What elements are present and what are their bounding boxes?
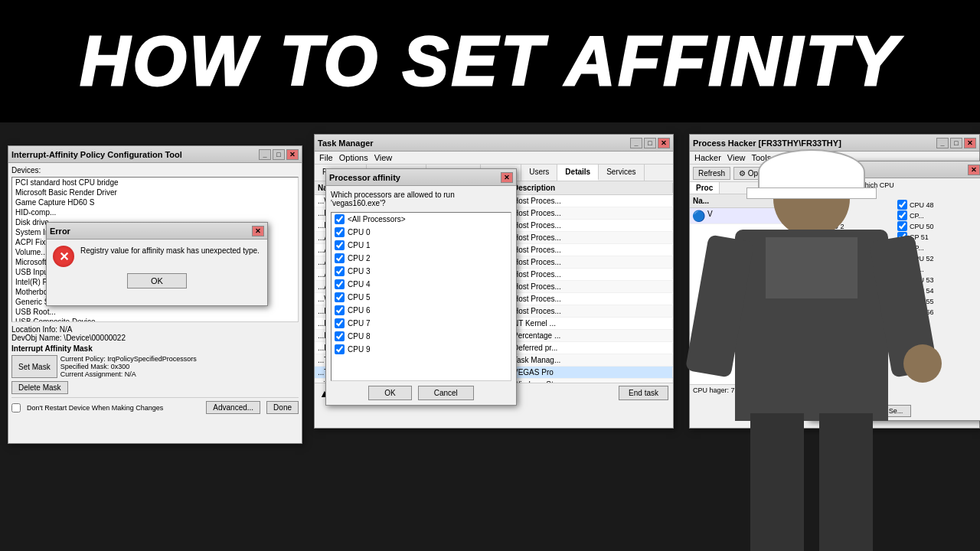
- cell-desc: Host Proces...: [510, 220, 673, 230]
- person-overlay: [658, 122, 980, 551]
- proc-aff-close-btn[interactable]: ✕: [501, 172, 513, 183]
- cpu-3[interactable]: CPU 3: [332, 265, 511, 278]
- cell-desc: Host Proces...: [510, 282, 673, 292]
- cpu-1-checkbox[interactable]: [335, 240, 345, 250]
- taskman-menu-file[interactable]: File: [319, 153, 333, 162]
- error-dialog: Error ✕ ✕ Registry value for affinity ma…: [46, 222, 268, 306]
- cpu-9[interactable]: CPU 9: [332, 343, 511, 356]
- iap-location-info: Location Info: N/A: [11, 325, 299, 334]
- iap-devobj-name: DevObj Name: \Device\00000022: [11, 334, 299, 342]
- proc-aff-buttons: OK Cancel: [331, 386, 511, 400]
- cpu-3-checkbox[interactable]: [335, 266, 345, 276]
- person-right-leg: [819, 413, 873, 551]
- cell-desc: Host Proces...: [510, 257, 673, 267]
- error-body: ✕ Registry value for affinity mask has u…: [53, 246, 261, 267]
- error-titlebar: Error ✕: [47, 223, 267, 240]
- list-item[interactable]: HID-comp...: [12, 207, 298, 217]
- taskman-minimize-btn[interactable]: _: [630, 138, 642, 148]
- cpu-1[interactable]: CPU 1: [332, 239, 511, 252]
- list-item[interactable]: Microsoft Basic Render Driver: [12, 187, 298, 197]
- bottom-area: Interrupt-Affinity Policy Configuration …: [0, 122, 980, 551]
- col-description[interactable]: Description: [510, 183, 673, 193]
- list-item[interactable]: USB Root...: [12, 307, 298, 317]
- cpu-2[interactable]: CPU 2: [332, 252, 511, 265]
- specified-mask: Specified Mask: 0x300: [60, 363, 299, 370]
- error-ok-btn[interactable]: OK: [127, 273, 187, 289]
- cell-desc: Host Proces...: [510, 269, 673, 279]
- taskman-title: Task Manager: [318, 139, 374, 148]
- cpu-9-checkbox[interactable]: [335, 344, 345, 354]
- person-right-hand: [903, 344, 942, 383]
- proc-aff-title: Processor affinity: [329, 173, 400, 182]
- error-title: Error: [50, 227, 70, 236]
- iap-window-controls: _ □ ✕: [259, 149, 299, 160]
- taskman-menu-options[interactable]: Options: [339, 153, 368, 162]
- error-content: ✕ Registry value for affinity mask has u…: [47, 240, 267, 305]
- cell-desc: Host Proces...: [510, 196, 673, 206]
- cell-desc: Percentage ...: [510, 331, 673, 341]
- tab-users[interactable]: Users: [521, 165, 557, 181]
- proc-aff-content: Which processors are allowed to run 'veg…: [326, 186, 516, 405]
- dont-restart-label: Don't Restart Device When Making Changes: [27, 404, 163, 412]
- tab-services[interactable]: Services: [599, 165, 644, 181]
- proc-aff-cancel-btn[interactable]: Cancel: [418, 386, 474, 400]
- cell-desc: VEGAS Pro: [510, 367, 673, 377]
- error-message: Registry value for affinity mask has une…: [80, 246, 260, 256]
- cpu-4-checkbox[interactable]: [335, 279, 345, 289]
- iap-close-btn[interactable]: ✕: [286, 149, 299, 160]
- iap-maximize-btn[interactable]: □: [273, 149, 285, 160]
- iap-mask-buttons: Set Mask Current Policy: IrqPolicySpecif…: [11, 355, 299, 378]
- current-assignment: Current Assignment: N/A: [60, 370, 299, 378]
- tab-details[interactable]: Details: [557, 165, 599, 181]
- list-item[interactable]: USB Composite Device: [12, 317, 298, 322]
- taskman-menu-view[interactable]: View: [374, 153, 393, 162]
- cell-desc: NT Kernel ...: [510, 318, 673, 328]
- cpu-all[interactable]: <All Processors>: [332, 213, 511, 226]
- cpu-7[interactable]: CPU 7: [332, 317, 511, 330]
- cell-desc: Windows St...: [510, 380, 673, 383]
- cpu-4[interactable]: CPU 4: [332, 278, 511, 291]
- cpu-6-checkbox[interactable]: [335, 305, 345, 315]
- cell-desc: Host Proces...: [510, 233, 673, 243]
- proc-affinity-dialog: Processor affinity ✕ Which processors ar…: [325, 168, 517, 406]
- current-policy: Current Policy: IrqPolicySpecifiedProces…: [60, 355, 299, 363]
- cell-desc: Task Manag...: [510, 355, 673, 365]
- iap-info-section: Location Info: N/A DevObj Name: \Device\…: [11, 325, 299, 342]
- iap-footer: Don't Restart Device When Making Changes…: [11, 397, 299, 414]
- dont-restart-checkbox[interactable]: [11, 403, 21, 412]
- cpu-0[interactable]: CPU 0: [332, 226, 511, 239]
- proc-aff-ok-btn[interactable]: OK: [368, 386, 411, 400]
- cpu-6[interactable]: CPU 6: [332, 304, 511, 317]
- cpu-5-checkbox[interactable]: [335, 292, 345, 302]
- person-hat-brim: [746, 187, 877, 199]
- cpu-2-checkbox[interactable]: [335, 253, 345, 263]
- set-mask-btn[interactable]: Set Mask: [11, 355, 57, 378]
- taskman-maximize-btn[interactable]: □: [644, 138, 656, 148]
- cell-desc: Deferred pr...: [510, 343, 673, 353]
- cell-desc: Host Proces...: [510, 245, 673, 255]
- taskman-titlebar: Task Manager _ □ ✕: [315, 135, 673, 152]
- proc-aff-list[interactable]: <All Processors> CPU 0 CPU 1 CPU 2: [331, 212, 511, 381]
- proc-aff-question: Which processors are allowed to run 'veg…: [331, 191, 511, 207]
- cpu-all-checkbox[interactable]: [335, 214, 345, 224]
- cpu-8[interactable]: CPU 8: [332, 330, 511, 343]
- iap-devices-label: Devices:: [11, 166, 299, 174]
- done-btn[interactable]: Done: [266, 401, 299, 414]
- iap-minimize-btn[interactable]: _: [259, 149, 271, 160]
- iap-titlebar: Interrupt-Affinity Policy Configuration …: [8, 146, 302, 163]
- cell-desc: Host Proces...: [510, 306, 673, 316]
- cpu-5[interactable]: CPU 5: [332, 291, 511, 304]
- list-item[interactable]: Game Capture HD60 S: [12, 197, 298, 207]
- advanced-btn[interactable]: Advanced...: [206, 401, 260, 414]
- cpu-8-checkbox[interactable]: [335, 331, 345, 341]
- cpu-0-checkbox[interactable]: [335, 227, 345, 237]
- iap-mask-label: Interrupt Affinity Mask: [11, 344, 299, 353]
- person-figure: [674, 161, 965, 551]
- iap-title: Interrupt-Affinity Policy Configuration …: [11, 150, 182, 159]
- error-close-btn[interactable]: ✕: [252, 226, 264, 236]
- person-left-leg: [750, 413, 804, 551]
- cpu-7-checkbox[interactable]: [335, 318, 345, 328]
- delete-mask-btn[interactable]: Delete Mask: [11, 381, 68, 394]
- list-item[interactable]: PCI standard host CPU bridge: [12, 178, 298, 187]
- person-shirt-front: [766, 237, 858, 298]
